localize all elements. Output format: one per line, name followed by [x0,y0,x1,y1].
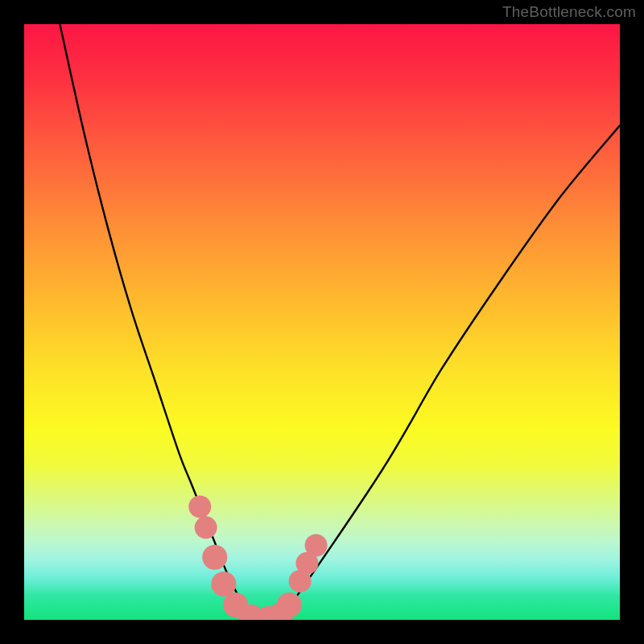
chart-plot-area [24,24,620,620]
chart-frame: TheBottleneck.com [0,0,644,644]
chart-svg [24,24,620,620]
markers-group [188,495,327,620]
marker-point [202,545,227,570]
bottleneck-curve [60,24,620,620]
marker-point [277,592,302,617]
marker-point [305,535,328,557]
marker-point [195,516,217,539]
attribution-text: TheBottleneck.com [502,3,636,21]
marker-point [188,495,211,518]
